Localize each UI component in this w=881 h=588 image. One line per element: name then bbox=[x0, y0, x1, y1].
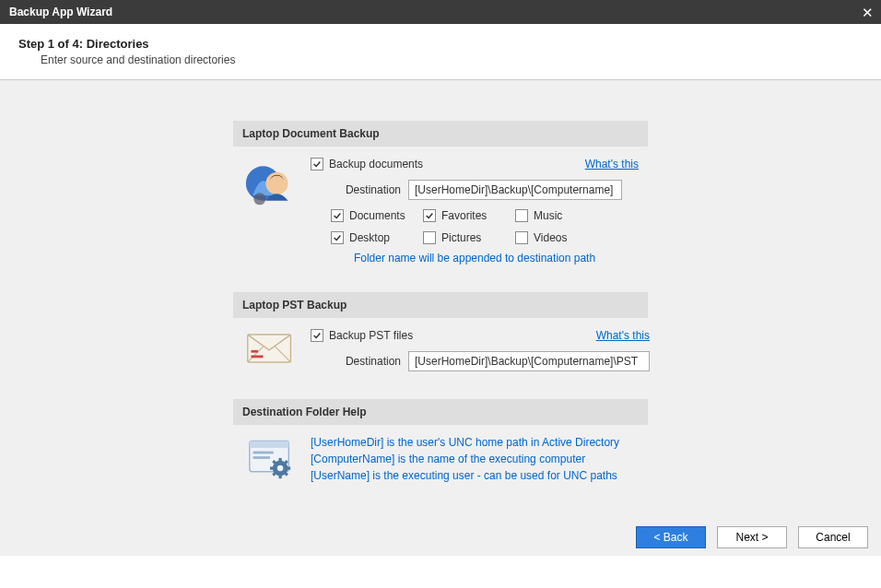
folder-item-pictures: Pictures bbox=[423, 231, 511, 244]
user-backup-icon bbox=[242, 158, 298, 265]
folder-checkbox-music[interactable] bbox=[515, 209, 528, 222]
folder-label: Pictures bbox=[441, 231, 481, 244]
pst-destination-label: Destination bbox=[331, 355, 401, 368]
svg-rect-13 bbox=[278, 458, 281, 463]
backup-pst-checkbox[interactable] bbox=[311, 329, 323, 342]
svg-rect-9 bbox=[253, 452, 274, 454]
svg-rect-16 bbox=[287, 466, 291, 469]
svg-point-3 bbox=[253, 193, 265, 205]
help-line: [UserName] is the executing user - can b… bbox=[311, 469, 639, 482]
folder-label: Videos bbox=[534, 231, 567, 244]
svg-rect-5 bbox=[251, 355, 263, 358]
wizard-header: Step 1 of 4: Directories Enter source an… bbox=[0, 24, 881, 80]
back-button[interactable]: < Back bbox=[636, 526, 706, 548]
close-icon[interactable]: ✕ bbox=[862, 6, 874, 19]
folder-item-documents: Documents bbox=[331, 209, 419, 222]
svg-rect-15 bbox=[270, 466, 275, 469]
folder-label: Favorites bbox=[441, 209, 487, 222]
backup-documents-label: Backup documents bbox=[329, 158, 423, 171]
footer-bar: < Back Next > Cancel bbox=[0, 519, 881, 556]
folder-item-desktop: Desktop bbox=[331, 231, 419, 244]
doc-whats-this-link[interactable]: What's this bbox=[585, 158, 639, 171]
titlebar: Backup App Wizard ✕ bbox=[0, 0, 881, 24]
folder-item-videos: Videos bbox=[515, 231, 604, 244]
pst-whats-this-link[interactable]: What's this bbox=[596, 329, 650, 342]
doc-section-header: Laptop Document Backup bbox=[233, 121, 648, 147]
pst-destination-input[interactable] bbox=[408, 351, 650, 371]
folder-item-music: Music bbox=[515, 209, 604, 222]
svg-point-12 bbox=[277, 465, 283, 471]
folder-checkbox-documents[interactable] bbox=[331, 209, 344, 222]
doc-destination-label: Destination bbox=[331, 183, 401, 196]
settings-window-icon bbox=[242, 436, 298, 486]
backup-documents-checkbox[interactable] bbox=[311, 158, 323, 171]
svg-rect-10 bbox=[253, 456, 270, 459]
help-section-header: Destination Folder Help bbox=[233, 399, 648, 425]
doc-note: Folder name will be appended to destinat… bbox=[311, 252, 639, 265]
folder-label: Desktop bbox=[349, 231, 390, 244]
folder-checkbox-favorites[interactable] bbox=[423, 209, 436, 222]
help-line: [ComputerName] is the name of the execut… bbox=[311, 453, 639, 465]
cancel-button[interactable]: Cancel bbox=[798, 526, 868, 548]
svg-rect-6 bbox=[251, 350, 257, 353]
doc-section-body: Backup documents What's this Destination… bbox=[233, 147, 648, 279]
next-button[interactable]: Next > bbox=[717, 526, 787, 548]
svg-rect-14 bbox=[278, 475, 281, 479]
help-section-body: [UserHomeDir] is the user's UNC home pat… bbox=[233, 425, 648, 500]
window-title: Backup App Wizard bbox=[9, 6, 112, 18]
step-subtitle: Enter source and destination directories bbox=[41, 53, 863, 66]
content-area: Laptop Document Backup Ba bbox=[0, 80, 881, 556]
backup-pst-label: Backup PST files bbox=[329, 329, 413, 342]
pst-section-header: Laptop PST Backup bbox=[233, 292, 648, 318]
help-line: [UserHomeDir] is the user's UNC home pat… bbox=[311, 436, 639, 449]
folder-checkbox-desktop[interactable] bbox=[331, 231, 344, 244]
folder-checkbox-pictures[interactable] bbox=[423, 231, 436, 244]
step-title: Step 1 of 4: Directories bbox=[18, 37, 863, 51]
doc-destination-input[interactable] bbox=[408, 180, 622, 200]
envelope-icon bbox=[242, 329, 298, 371]
folder-grid: DocumentsFavoritesMusicDesktopPicturesVi… bbox=[331, 209, 639, 244]
folder-checkbox-videos[interactable] bbox=[515, 231, 528, 244]
folder-label: Music bbox=[534, 209, 562, 222]
pst-section-body: Backup PST files What's this Destination bbox=[233, 318, 648, 386]
svg-point-2 bbox=[269, 176, 285, 192]
svg-rect-8 bbox=[250, 441, 288, 448]
folder-label: Documents bbox=[349, 209, 405, 222]
folder-item-favorites: Favorites bbox=[423, 209, 511, 222]
